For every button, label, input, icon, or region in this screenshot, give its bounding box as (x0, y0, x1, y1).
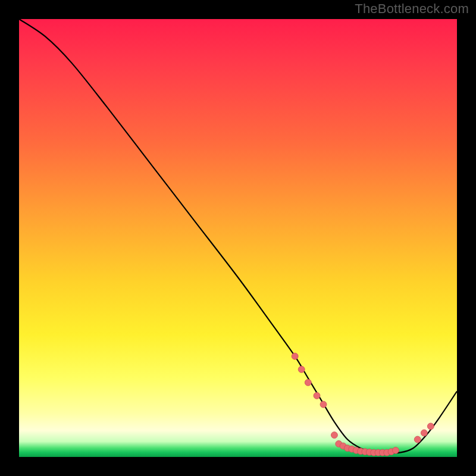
curve-marker (427, 423, 434, 430)
curve-marker (305, 379, 311, 386)
chart-frame: TheBottleneck.com (0, 0, 476, 476)
curve-marker (421, 430, 427, 436)
bottleneck-curve (19, 19, 457, 453)
watermark-text: TheBottleneck.com (355, 1, 469, 17)
curve-marker (414, 436, 421, 443)
curve-markers (292, 353, 434, 456)
plot-area (18, 18, 458, 458)
curve-svg (19, 19, 457, 457)
curve-marker (298, 366, 305, 372)
curve-marker (331, 432, 337, 439)
curve-marker (292, 353, 298, 359)
curve-marker (320, 401, 327, 408)
curve-marker (314, 392, 320, 399)
curve-marker (392, 447, 399, 453)
